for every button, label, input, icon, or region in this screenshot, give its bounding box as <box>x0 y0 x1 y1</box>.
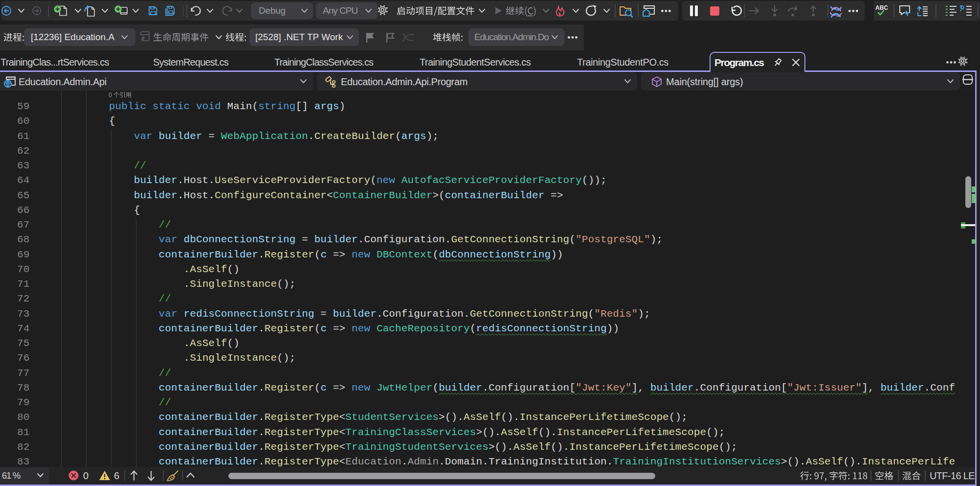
svg-text:ABC: ABC <box>875 5 888 11</box>
